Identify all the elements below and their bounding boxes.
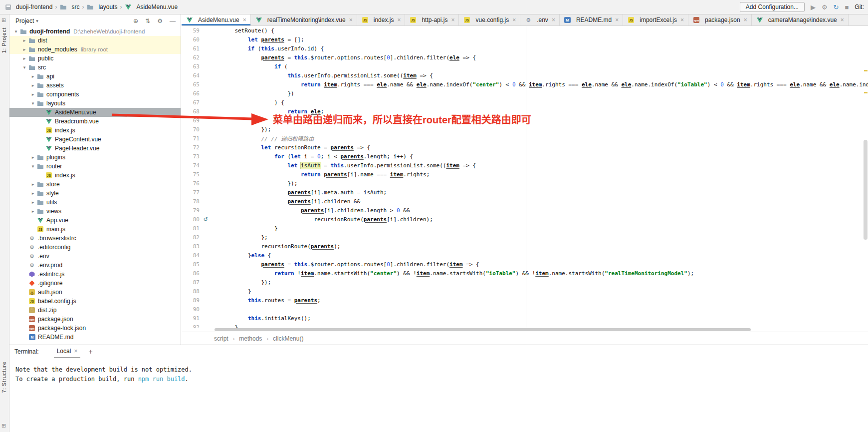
- tree-item-gitignore[interactable]: .gitignore: [9, 279, 181, 288]
- code-line-72[interactable]: 72 let recursionRoute = parents => {: [182, 143, 868, 152]
- chevron-right-icon[interactable]: ▸: [21, 38, 28, 43]
- code-line-80[interactable]: 80↺ recursionRoute(parents[i].children);: [182, 215, 868, 224]
- tree-item-duoji-frontend[interactable]: ▾duoji-frontendD:\zheheWeb\duoji-fronten…: [9, 27, 181, 36]
- chevron-down-icon[interactable]: ▾: [12, 29, 19, 34]
- close-icon[interactable]: ×: [512, 16, 516, 23]
- hide-panel-icon[interactable]: —: [170, 17, 176, 24]
- git-label[interactable]: Git:: [855, 3, 864, 10]
- close-icon[interactable]: ×: [349, 16, 353, 23]
- editor-breadcrumb-script[interactable]: script: [214, 335, 228, 342]
- tree-item-auth-json[interactable]: {}auth.json: [9, 288, 181, 297]
- tree-item-style[interactable]: ▸style: [9, 189, 181, 198]
- code-line-66[interactable]: 66 }): [182, 89, 868, 98]
- tree-item-api[interactable]: ▸api: [9, 72, 181, 81]
- code-line-61[interactable]: 61 if (this.userInfo.id) {: [182, 44, 868, 53]
- editor-tab-package-json[interactable]: npmpackage.json×: [688, 14, 752, 25]
- chevron-right-icon[interactable]: ▸: [29, 83, 36, 88]
- breadcrumb-asidemenu-vue[interactable]: AsideMenu.vue: [124, 3, 178, 10]
- chevron-down-icon[interactable]: ▾: [21, 65, 28, 70]
- close-icon[interactable]: ×: [397, 16, 401, 23]
- tree-item-package-json[interactable]: npmpackage.json: [9, 315, 181, 324]
- close-icon[interactable]: ×: [552, 16, 555, 23]
- run-icon[interactable]: ▶: [811, 4, 816, 10]
- tree-item-browserslistrc[interactable]: ⚙.browserslistrc: [9, 234, 181, 243]
- code-line-91[interactable]: 91 this.initialKeys();: [182, 314, 868, 323]
- tree-item-node-modules[interactable]: ▸node_moduleslibrary root: [9, 45, 181, 54]
- chevron-right-icon[interactable]: ▸: [29, 209, 36, 214]
- code-line-60[interactable]: 60 let parents = [];: [182, 35, 868, 44]
- tree-item-assets[interactable]: ▸assets: [9, 81, 181, 90]
- tree-item-package-lock-json[interactable]: npmpackage-lock.json: [9, 324, 181, 333]
- code-line-70[interactable]: 70 });: [182, 125, 868, 134]
- code-line-90[interactable]: 90: [182, 305, 868, 314]
- close-icon[interactable]: ×: [74, 348, 77, 355]
- code-line-88[interactable]: 88 }: [182, 287, 868, 296]
- code-line-63[interactable]: 63 if (: [182, 62, 868, 71]
- close-icon[interactable]: ×: [451, 16, 454, 23]
- tree-item-pageheader-vue[interactable]: PageHeader.vue: [9, 144, 181, 153]
- tree-item-utils[interactable]: ▸utils: [9, 198, 181, 207]
- breadcrumb-src[interactable]: src: [59, 3, 79, 10]
- tree-item-env-prod[interactable]: ⚙.env.prod: [9, 261, 181, 270]
- project-view-selector[interactable]: Project: [15, 17, 34, 24]
- tree-item-pagecontent-vue[interactable]: PageContent.vue: [9, 135, 181, 144]
- code-line-87[interactable]: 87 });: [182, 278, 868, 287]
- code-line-69[interactable]: 69 }: [182, 116, 868, 125]
- breadcrumb-duoji-frontend[interactable]: duoji-frontend: [4, 3, 52, 10]
- tool-strip-grid-icon[interactable]: ⊞: [1, 17, 6, 23]
- editor-tab-asidemenu-vue[interactable]: AsideMenu.vue×: [182, 14, 251, 25]
- warning-stripe-mark[interactable]: [864, 92, 868, 93]
- tree-item-editorconfig[interactable]: ⚙.editorconfig: [9, 243, 181, 252]
- code-line-78[interactable]: 78 parents[i].children &&: [182, 197, 868, 206]
- new-terminal-icon[interactable]: +: [88, 348, 92, 356]
- tree-item-asidemenu-vue[interactable]: AsideMenu.vue: [9, 108, 181, 117]
- horizontal-scrollbar[interactable]: [215, 328, 751, 331]
- tree-item-src[interactable]: ▾src: [9, 63, 181, 72]
- editor-tab-index-js[interactable]: JSindex.js×: [357, 14, 406, 25]
- editor-breadcrumb-clickmenu[interactable]: clickMenu(): [273, 335, 303, 342]
- stop-icon[interactable]: ■: [845, 4, 849, 10]
- editor-tab-vue-config-js[interactable]: JSvue.config.js×: [459, 14, 520, 25]
- code-line-62[interactable]: 62 parents = this.$router.options.routes…: [182, 53, 868, 62]
- code-line-76[interactable]: 76 });: [182, 179, 868, 188]
- chevron-right-icon[interactable]: ▸: [21, 56, 28, 61]
- chevron-right-icon[interactable]: ▸: [29, 200, 36, 205]
- editor-breadcrumb-methods[interactable]: methods: [239, 335, 262, 342]
- close-icon[interactable]: ×: [615, 16, 619, 23]
- vertical-scrollbar[interactable]: [864, 140, 868, 240]
- close-icon[interactable]: ×: [841, 16, 844, 23]
- code-line-81[interactable]: 81 }: [182, 224, 868, 233]
- code-line-92[interactable]: 92 },: [182, 323, 868, 328]
- collapse-all-icon[interactable]: ⇅: [145, 17, 150, 24]
- code-line-77[interactable]: 77 parents[i].meta.auth = isAuth;: [182, 188, 868, 197]
- chevron-right-icon[interactable]: ▸: [21, 47, 28, 52]
- warning-stripe-mark[interactable]: [864, 70, 868, 71]
- tree-item-router[interactable]: ▾router: [9, 162, 181, 171]
- code-line-73[interactable]: 73 for (let i = 0; i < parents.length; i…: [182, 152, 868, 161]
- tree-item-public[interactable]: ▸public: [9, 54, 181, 63]
- tool-strip-bottom-icon[interactable]: ⊞: [1, 423, 6, 429]
- chevron-right-icon[interactable]: ▸: [29, 74, 36, 79]
- tree-item-dist[interactable]: ▸dist: [9, 36, 181, 45]
- editor-tab-env[interactable]: ⚙.env×: [520, 14, 560, 25]
- tree-item-readme-md[interactable]: MREADME.md: [9, 333, 181, 342]
- editor-tab-importexcel-js[interactable]: JSimportExcel.js×: [623, 14, 688, 25]
- locate-file-icon[interactable]: ⊕: [133, 17, 138, 24]
- editor-tab-cameramanage-index-vue[interactable]: cameraManage\index.vue×: [752, 14, 849, 25]
- editor-tab-http-api-js[interactable]: JShttp-api.js×: [405, 14, 459, 25]
- chevron-right-icon[interactable]: ▸: [29, 191, 36, 196]
- tree-item-store[interactable]: ▸store: [9, 180, 181, 189]
- gear-icon[interactable]: ⚙: [157, 17, 163, 24]
- editor-tab-readme-md[interactable]: MREADME.md×: [560, 14, 623, 25]
- tree-item-views[interactable]: ▸views: [9, 207, 181, 216]
- chevron-right-icon[interactable]: ▸: [29, 155, 36, 160]
- code-line-86[interactable]: 86 return !item.name.startsWith("center"…: [182, 269, 868, 278]
- code-line-65[interactable]: 65 return item.rights === ele.name && el…: [182, 80, 868, 89]
- code-line-71[interactable]: 71 // // 递归权限路由: [182, 134, 868, 143]
- close-icon[interactable]: ×: [744, 16, 747, 23]
- code-line-75[interactable]: 75 return parents[i].name === item.right…: [182, 170, 868, 179]
- code-line-79[interactable]: 79 parents[i].children.length > 0 &&: [182, 206, 868, 215]
- code-line-89[interactable]: 89 this.routes = parents;: [182, 296, 868, 305]
- tree-item-index-js[interactable]: JSindex.js: [9, 171, 181, 180]
- update-project-icon[interactable]: ↻: [834, 4, 839, 10]
